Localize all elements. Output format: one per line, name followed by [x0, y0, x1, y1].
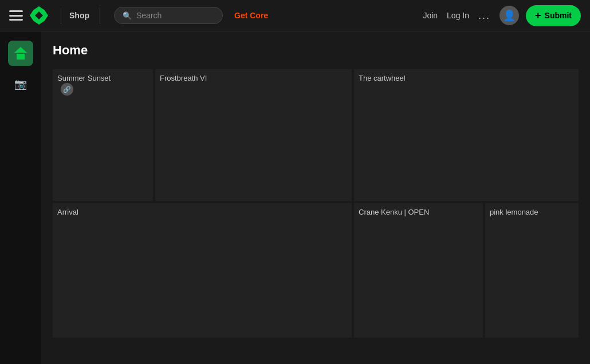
top-navigation: Shop 🔍 Get Core Join Log In ... 👤 + Subm… — [0, 0, 590, 31]
gallery-label-crane: Crane Kenku | OPEN — [359, 208, 429, 216]
link-icon: 🔗 — [63, 86, 71, 93]
submit-plus-icon: + — [535, 10, 541, 22]
more-options[interactable]: ... — [478, 10, 490, 22]
gallery-badge-summer: 🔗 — [61, 83, 73, 96]
page-title: Home — [53, 43, 579, 58]
sidebar-item-home[interactable] — [8, 41, 33, 66]
gallery-item-cartwheel[interactable]: The cartwheel — [354, 69, 579, 201]
sidebar: 📷 — [0, 31, 41, 364]
search-input[interactable] — [136, 11, 214, 20]
home-icon — [14, 47, 27, 60]
browse-icon: 📷 — [14, 78, 27, 90]
sidebar-item-browse[interactable]: 📷 — [8, 72, 33, 97]
gallery-item-frost[interactable]: Frostbreath VI — [155, 69, 352, 201]
gallery-label-arrival: Arrival — [57, 208, 78, 216]
shop-link[interactable]: Shop — [69, 11, 89, 20]
main-content: Home Summer Sunset 🔗 Frostbreath VI The … — [41, 31, 590, 364]
hamburger-menu[interactable] — [9, 10, 23, 21]
user-avatar[interactable]: 👤 — [499, 6, 519, 25]
gallery-item-summer[interactable]: Summer Sunset 🔗 — [53, 69, 153, 201]
avatar-icon: 👤 — [503, 9, 516, 22]
gallery-item-pink[interactable]: pink lemonade — [485, 203, 579, 338]
gallery-item-arrival[interactable]: Arrival — [53, 203, 352, 338]
login-link[interactable]: Log In — [447, 11, 469, 20]
submit-label: Submit — [545, 11, 572, 20]
search-icon: 🔍 — [123, 11, 132, 20]
gallery-label-pink: pink lemonade — [490, 208, 538, 216]
gallery-grid: Summer Sunset 🔗 Frostbreath VI The cartw… — [53, 69, 579, 338]
nav-divider — [61, 7, 61, 23]
get-core-link[interactable]: Get Core — [234, 11, 268, 20]
gallery-label-cartwheel: The cartwheel — [359, 74, 406, 82]
gallery-label-frost: Frostbreath VI — [160, 74, 207, 82]
nav-divider-2 — [100, 7, 100, 23]
gallery-item-crane[interactable]: Crane Kenku | OPEN — [354, 203, 483, 338]
gallery-label-summer: Summer Sunset — [57, 74, 111, 82]
submit-button[interactable]: + Submit — [526, 5, 581, 26]
deviantart-logo[interactable] — [30, 6, 48, 25]
join-link[interactable]: Join — [423, 11, 438, 20]
search-bar[interactable]: 🔍 — [114, 7, 223, 24]
